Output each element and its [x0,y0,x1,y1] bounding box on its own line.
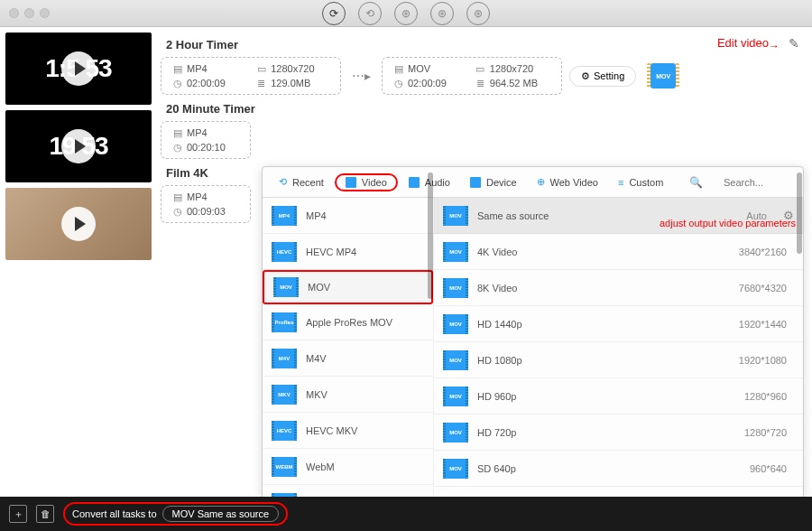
convert-all-label: Convert all tasks to [72,508,157,519]
format-badge-icon: MOV [443,423,468,442]
src-duration: 00:09:03 [187,206,226,217]
tab-web-video[interactable]: ⊕Web Video [528,172,607,191]
resolution-label: 8K Video [477,283,517,293]
resolution-list: adjust output video parameters MOVSame a… [434,198,803,499]
tab-video[interactable]: Video [335,173,398,191]
resolution-value: 1280*960 [744,391,787,402]
format-badge-icon: MOV [443,278,468,298]
format-label: WebM [306,461,335,472]
convert-all-dropdown[interactable]: MOV Same as source [162,506,280,522]
format-label: MKV [306,389,328,400]
bottom-bar: ＋ 🗑 Convert all tasks to MOV Same as sou… [0,497,812,531]
resolution-value: 1920*1440 [739,319,787,330]
sync-icon[interactable]: ⟳ [322,2,346,25]
thumbnail-1[interactable]: 1:5 53 [5,33,152,105]
resolution-item-sd-640p[interactable]: MOVSD 640p960*640 [434,451,803,487]
video-tool-icon-1[interactable]: ⊛ [394,2,418,25]
convert-all-value: MOV Same as source [172,508,270,519]
thumbnail-3[interactable] [5,188,152,260]
format-label: M4V [306,353,327,364]
monitor-icon: ▭ [256,64,266,74]
resolution-item-hd-960p[interactable]: MOVHD 960p1280*960 [434,378,803,415]
resolution-label: HD 1440p [477,319,522,330]
src-resolution: 1280x720 [271,63,314,74]
format-item-mkv[interactable]: MKVMKV [263,377,433,413]
dst-size: 964.52 MB [490,78,538,88]
film-icon: ▤ [172,192,182,202]
format-badge-icon: HEVC [272,421,297,441]
tab-recent[interactable]: ⟲Recent [270,172,333,191]
resolution-scrollbar-thumb[interactable] [797,198,802,254]
format-item-hevc-mkv[interactable]: HEVCHEVC MKV [263,413,433,449]
format-badge-icon: HEVC [272,242,297,262]
edit-video-button[interactable]: ✎ [789,36,799,51]
src-size: 129.0MB [271,78,310,88]
resolution-value: 960*640 [750,463,787,474]
monitor-icon: ▭ [475,64,485,74]
output-format-icon[interactable]: MOV [651,63,676,88]
play-icon [61,207,96,241]
tab-device[interactable]: Device [461,173,526,191]
item-card-1: 2 Hour Timer ▤MP4 ▭1280x720 ◷02:00:09 ≣1… [161,38,801,95]
add-task-button[interactable]: ＋ [9,505,27,523]
resolution-item-8k-video[interactable]: MOV8K Video7680*4320 [434,270,803,306]
format-scrollbar-thumb[interactable] [428,198,433,299]
clock-icon: ◷ [393,79,403,88]
play-icon [61,129,96,163]
resolution-item-hd-1080p[interactable]: MOVHD 1080p1920*1080 [434,342,803,378]
src-format: MP4 [187,127,208,138]
thumbnail-2[interactable]: 19 53 [5,110,152,182]
setting-button[interactable]: ⚙ Setting [569,66,636,87]
video-tool-icon-3[interactable]: ⊛ [466,2,490,25]
src-duration: 02:00:09 [187,78,226,88]
resolution-label: 4K Video [477,247,517,257]
resolution-item-same-as-source[interactable]: MOVSame as sourceAuto⚙ [434,198,803,234]
format-badge-icon: MOV [273,277,299,297]
disk-icon: ≣ [475,79,485,88]
resolution-item-hd-720p[interactable]: MOVHD 720p1280*720 [434,415,803,451]
format-badge-icon: M4V [272,349,297,368]
format-item-m4v[interactable]: M4VM4V [263,340,433,377]
arrow-icon: → [769,40,780,52]
titlebar: ⟳ ⟲ ⊛ ⊛ ⊛ [0,0,812,27]
format-list: MP4MP4HEVCHEVC MP4MOVMOVProResApple ProR… [263,198,434,499]
setting-label: Setting [594,70,624,81]
delete-task-button[interactable]: 🗑 [36,505,54,523]
close-window-button[interactable] [9,8,19,18]
format-badge-icon: MOV [443,350,468,370]
resolution-item-hd-1440p[interactable]: MOVHD 1440p1920*1440 [434,306,803,342]
minimize-window-button[interactable] [24,8,34,18]
video-tool-icon-2[interactable]: ⊛ [430,2,454,25]
format-item-mov[interactable]: MOVMOV [263,270,433,304]
resolution-label: Same as source [477,210,549,221]
tab-custom[interactable]: ≡Custom [609,173,672,191]
format-item-mp4[interactable]: MP4MP4 [263,198,433,234]
search-icon: 🔍 [689,176,703,189]
format-badge-icon: MOV [443,242,468,262]
toolbar-icons: ⟳ ⟲ ⊛ ⊛ ⊛ [322,2,490,25]
format-label: MOV [308,282,330,293]
format-search-input[interactable] [724,177,796,188]
gear-icon: ⚙ [581,70,590,82]
format-item-webm[interactable]: WEBMWebM [263,449,433,485]
clock-icon: ◷ [172,207,182,217]
format-panel: ⟲Recent Video Audio Device ⊕Web Video ≡C… [262,166,804,500]
format-label: HEVC MP4 [306,247,356,257]
format-label: HEVC MKV [306,425,357,436]
resolution-value: 3840*2160 [739,247,787,257]
format-item-hevc-mp4[interactable]: HEVCHEVC MP4 [263,234,433,270]
format-badge-icon: MOV [443,387,468,406]
refresh-icon[interactable]: ⟲ [358,2,382,25]
maximize-window-button[interactable] [40,8,50,18]
film-icon: ▤ [393,64,403,74]
thumbnail-column: 1:5 53 19 53 [0,27,157,497]
format-badge-icon: ProRes [272,312,297,332]
dst-format: MOV [408,63,430,74]
resolution-value: 1280*720 [744,427,787,438]
film-icon: ▤ [172,64,182,74]
format-badge-icon: MP4 [272,206,297,226]
resolution-label: SD 640p [477,463,516,474]
format-tabs: ⟲Recent Video Audio Device ⊕Web Video ≡C… [263,167,803,198]
format-item-apple-prores-mov[interactable]: ProResApple ProRes MOV [263,304,433,340]
resolution-item-4k-video[interactable]: MOV4K Video3840*2160 [434,234,803,270]
